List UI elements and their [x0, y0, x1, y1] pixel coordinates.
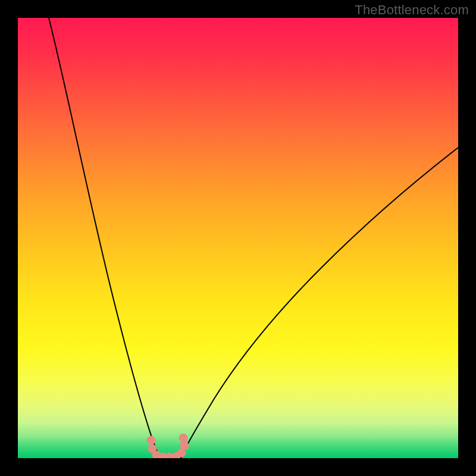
valley-marker: [179, 434, 187, 442]
valley-marker: [147, 436, 155, 444]
left-curve: [49, 18, 159, 458]
outer-frame: TheBottleneck.com: [0, 0, 476, 476]
valley-markers-group: [147, 434, 189, 458]
watermark-text: TheBottleneck.com: [355, 2, 469, 18]
right-curve: [181, 148, 458, 458]
plot-area: [18, 18, 458, 458]
curve-layer: [18, 18, 458, 458]
valley-marker: [180, 441, 189, 450]
